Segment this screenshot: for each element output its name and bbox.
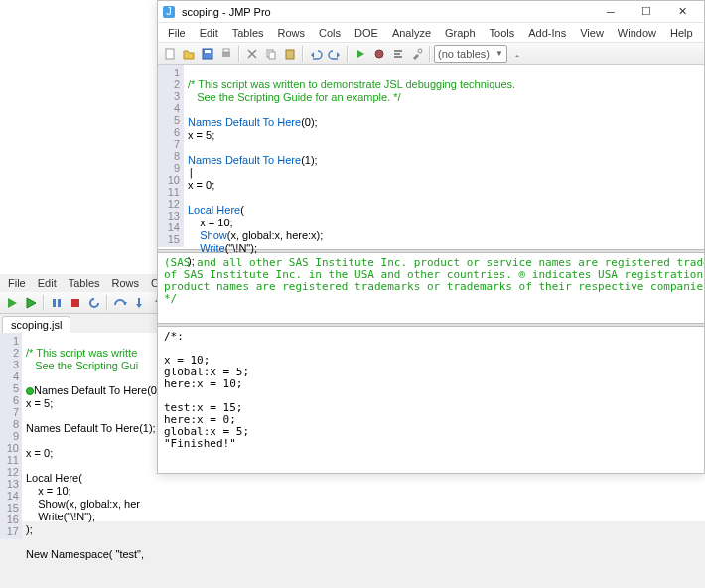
run-icon[interactable] [3, 294, 21, 312]
svg-rect-16 [222, 52, 230, 57]
svg-text:J: J [166, 5, 172, 17]
gutter-line: 9 [158, 162, 180, 174]
code-line: Local Here( [26, 472, 82, 484]
tools-icon[interactable] [408, 45, 426, 63]
gutter-line: 4 [0, 370, 19, 382]
code-line: See the Scripting Guide for an example. … [188, 91, 401, 103]
menu-window[interactable]: Window [612, 25, 662, 41]
menu-tables[interactable]: Tables [226, 25, 270, 41]
redo-icon[interactable] [326, 45, 344, 63]
gutter-line: 8 [158, 150, 180, 162]
code-line: x = 0; [26, 447, 53, 459]
gutter-line: 3 [158, 90, 180, 102]
menu-rows[interactable]: Rows [106, 276, 146, 290]
menu-file[interactable]: File [2, 276, 32, 290]
open-icon[interactable] [180, 45, 198, 63]
svg-marker-6 [136, 304, 142, 308]
titlebar[interactable]: J scoping - JMP Pro ─ ☐ ✕ [158, 1, 704, 23]
menu-tools[interactable]: Tools [484, 25, 521, 41]
line-gutter: 1 2 3 4 5 6 7 8 9 10 11 12 13 14 15 16 1… [0, 333, 22, 539]
minimize-button[interactable]: ─ [593, 1, 629, 23]
toolbar-separator [429, 46, 431, 62]
svg-rect-17 [223, 49, 229, 52]
gutter-line: 16 [0, 514, 19, 525]
svg-marker-1 [27, 298, 36, 308]
gutter-line: 13 [158, 210, 180, 221]
stop-icon[interactable] [67, 294, 84, 312]
svg-rect-15 [205, 50, 211, 53]
run-without-break-icon[interactable] [22, 294, 40, 312]
code-line: See the Scripting Gui [26, 360, 138, 371]
code-token: Write [188, 242, 225, 254]
gutter-line: 17 [0, 525, 19, 537]
toolbar-separator [106, 295, 108, 311]
code-token: Show [188, 229, 227, 241]
menu-help[interactable]: Help [664, 25, 699, 41]
maximize-button[interactable]: ☐ [629, 1, 664, 23]
breakpoint-icon[interactable] [26, 387, 34, 395]
code-line: x = 0; [188, 179, 214, 191]
table-selector[interactable]: (no tables) ▼ [434, 45, 507, 63]
menu-analyze[interactable]: Analyze [386, 25, 437, 41]
svg-marker-0 [8, 298, 17, 308]
menubar: File Edit Tables Rows Cols DOE Analyze G… [158, 23, 704, 43]
gutter-line: 2 [158, 78, 180, 90]
menu-tables[interactable]: Tables [63, 276, 106, 290]
svg-rect-19 [269, 52, 275, 59]
code-line: x = 10; [188, 217, 233, 228]
code-area[interactable]: /* This script was written to demonstrat… [184, 65, 704, 282]
svg-rect-4 [71, 299, 79, 307]
script-window: J scoping - JMP Pro ─ ☐ ✕ File Edit Tabl… [157, 0, 705, 474]
undo-icon[interactable] [307, 45, 325, 63]
close-button[interactable]: ✕ [664, 1, 700, 23]
gutter-line: 3 [0, 359, 19, 370]
svg-marker-5 [123, 302, 127, 305]
print-icon[interactable] [217, 45, 235, 63]
pin-icon[interactable] [508, 45, 526, 63]
pause-icon[interactable] [48, 294, 66, 312]
code-token: ("\!N"); [225, 242, 257, 254]
menu-rows[interactable]: Rows [272, 25, 312, 41]
gutter-line: 10 [158, 174, 180, 186]
copy-icon[interactable] [262, 45, 280, 63]
gutter-line: 5 [0, 382, 19, 394]
toolbar-separator [302, 46, 304, 62]
output-panel[interactable]: /*: x = 10; global:x = 5; here:x = 10; t… [158, 327, 704, 454]
gutter-line: 12 [0, 466, 19, 478]
menu-graph[interactable]: Graph [439, 25, 482, 41]
app-icon: J [162, 5, 176, 19]
gutter-line: 15 [158, 233, 180, 245]
code-token: (0); [301, 116, 318, 128]
gutter-line: 15 [0, 502, 19, 514]
main-toolbar: (no tables) ▼ [158, 43, 704, 65]
save-icon[interactable] [199, 45, 216, 63]
menu-view[interactable]: View [574, 25, 610, 41]
code-token: ( [240, 204, 244, 216]
paste-icon[interactable] [281, 45, 299, 63]
menu-doe[interactable]: DOE [349, 25, 384, 41]
menu-addins[interactable]: Add-Ins [522, 25, 572, 41]
code-line: x = 5; [26, 397, 53, 409]
svg-rect-13 [166, 49, 174, 59]
code-token: (1); [301, 154, 318, 166]
code-token: (x, global:x, here:x); [227, 229, 324, 241]
debug-script-icon[interactable] [370, 45, 388, 63]
code-line: x = 10; [26, 485, 71, 497]
reformat-icon[interactable] [389, 45, 407, 63]
menu-edit[interactable]: Edit [194, 25, 224, 41]
run-script-icon[interactable] [352, 45, 369, 63]
file-tab[interactable]: scoping.jsl [2, 316, 70, 333]
gutter-line: 14 [0, 490, 19, 502]
menu-cols[interactable]: Cols [313, 25, 347, 41]
script-editor[interactable]: 1 2 3 4 5 6 7 8 9 10 11 12 13 14 15 /* T… [158, 65, 704, 249]
step-over-icon[interactable] [111, 294, 129, 312]
cut-icon[interactable] [243, 45, 261, 63]
new-icon[interactable] [161, 45, 179, 63]
restart-icon[interactable] [85, 294, 103, 312]
menu-file[interactable]: File [162, 25, 192, 41]
svg-point-24 [375, 50, 383, 58]
step-into-icon[interactable] [130, 294, 148, 312]
menu-edit[interactable]: Edit [32, 276, 63, 290]
gutter-line: 13 [0, 478, 19, 490]
svg-rect-2 [53, 299, 56, 307]
